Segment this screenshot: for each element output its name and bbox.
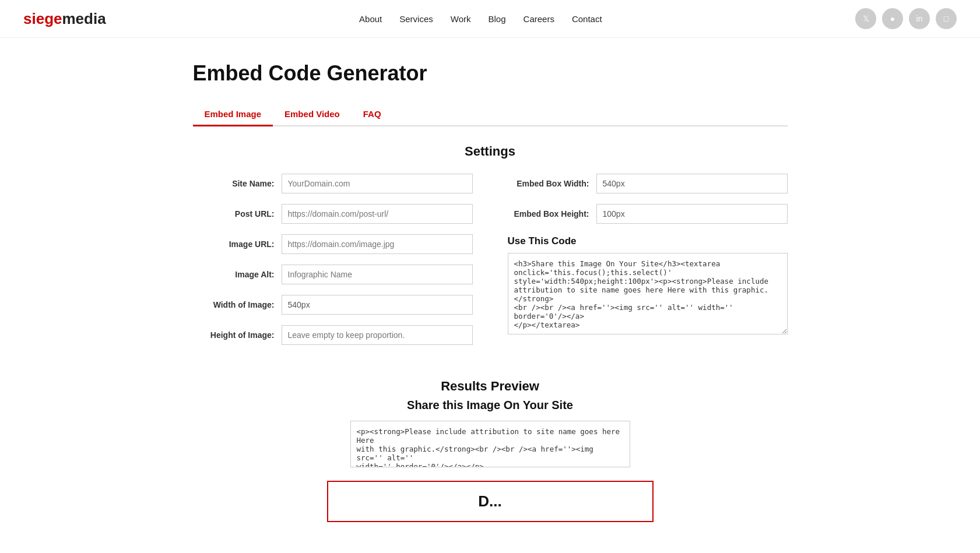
- results-title: Results Preview: [193, 379, 788, 394]
- form-row-post-url: Post URL:: [193, 204, 473, 224]
- input-height[interactable]: [282, 325, 473, 345]
- label-post-url: Post URL:: [193, 209, 275, 219]
- tab-faq[interactable]: FAQ: [352, 103, 393, 126]
- nav-blog[interactable]: Blog: [489, 14, 506, 24]
- label-embed-height: Embed Box Height:: [508, 209, 589, 219]
- use-this-code-section: Use This Code <h3>Share this Image On Yo…: [508, 235, 788, 336]
- settings-title: Settings: [193, 144, 788, 159]
- social-icons: 𝕏 ● in □: [855, 8, 957, 29]
- form-row-embed-height: Embed Box Height:: [508, 204, 788, 224]
- form-row-height: Height of Image:: [193, 325, 473, 345]
- input-post-url[interactable]: [282, 204, 473, 224]
- results-section: Results Preview Share this Image On Your…: [193, 379, 788, 522]
- input-width[interactable]: [282, 295, 473, 315]
- form-row-image-alt: Image Alt:: [193, 265, 473, 284]
- label-image-alt: Image Alt:: [193, 270, 275, 279]
- generated-code-textarea[interactable]: <h3>Share this Image On Your Site</h3><t…: [508, 253, 788, 334]
- preview-box: D...: [327, 481, 654, 522]
- preview-partial-text: D...: [334, 488, 647, 515]
- form-row-image-url: Image URL:: [193, 234, 473, 254]
- logo-red: siege: [23, 10, 62, 27]
- label-embed-width: Embed Box Width:: [508, 179, 589, 188]
- tab-bar: Embed Image Embed Video FAQ: [193, 103, 788, 126]
- label-height: Height of Image:: [193, 330, 275, 340]
- form-row-width: Width of Image:: [193, 295, 473, 315]
- logo-black: media: [62, 10, 106, 27]
- input-embed-height[interactable]: [596, 204, 788, 224]
- use-this-code-title: Use This Code: [508, 235, 788, 247]
- results-preview-textarea[interactable]: <p><strong>Please include attribution to…: [350, 421, 630, 467]
- label-site-name: Site Name:: [193, 179, 275, 188]
- settings-right: Embed Box Width: Embed Box Height: Use T…: [508, 174, 788, 355]
- tab-embed-video[interactable]: Embed Video: [273, 103, 352, 126]
- logo[interactable]: siegemedia: [23, 10, 106, 28]
- dribbble-icon[interactable]: ●: [882, 8, 903, 29]
- main-content: Embed Code Generator Embed Image Embed V…: [170, 38, 811, 553]
- input-image-url[interactable]: [282, 234, 473, 254]
- form-row-embed-width: Embed Box Width:: [508, 174, 788, 193]
- nav-services[interactable]: Services: [399, 14, 433, 24]
- nav-careers[interactable]: Careers: [524, 14, 554, 24]
- header: siegemedia About Services Work Blog Care…: [0, 0, 980, 38]
- label-width: Width of Image:: [193, 300, 275, 309]
- linkedin-icon[interactable]: in: [909, 8, 930, 29]
- label-image-url: Image URL:: [193, 239, 275, 249]
- nav-about[interactable]: About: [359, 14, 382, 24]
- input-image-alt[interactable]: [282, 265, 473, 284]
- form-row-site-name: Site Name:: [193, 174, 473, 193]
- settings-left: Site Name: Post URL: Image URL: Image Al…: [193, 174, 473, 355]
- settings-grid: Site Name: Post URL: Image URL: Image Al…: [193, 174, 788, 355]
- input-embed-width[interactable]: [596, 174, 788, 193]
- page-title: Embed Code Generator: [193, 61, 788, 86]
- twitter-icon[interactable]: 𝕏: [855, 8, 876, 29]
- tab-embed-image[interactable]: Embed Image: [193, 103, 273, 126]
- input-site-name[interactable]: [282, 174, 473, 193]
- instagram-icon[interactable]: □: [936, 8, 957, 29]
- nav-work[interactable]: Work: [451, 14, 471, 24]
- nav-contact[interactable]: Contact: [572, 14, 602, 24]
- results-subtitle: Share this Image On Your Site: [193, 399, 788, 412]
- main-nav: About Services Work Blog Careers Contact: [359, 14, 602, 24]
